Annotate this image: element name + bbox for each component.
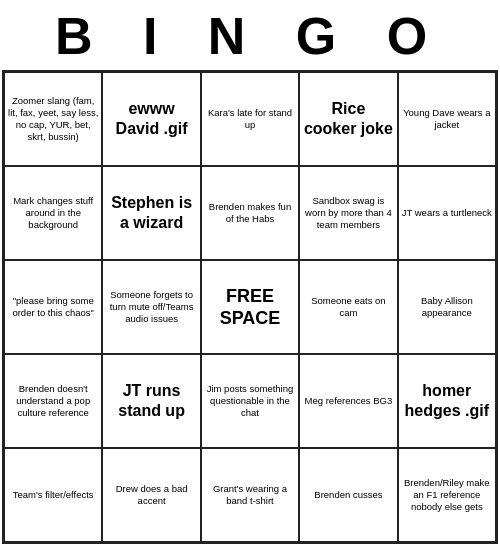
cell-o5: Brenden/Riley make an F1 reference nobod… <box>398 448 496 542</box>
cell-n5: Grant's wearing a band t-shirt <box>201 448 299 542</box>
cell-g5: Brenden cusses <box>299 448 397 542</box>
cell-n3: FREE SPACE <box>201 260 299 354</box>
cell-i5: Drew does a bad accent <box>102 448 200 542</box>
cell-i3: Someone forgets to turn mute off/Teams a… <box>102 260 200 354</box>
cell-o4: homer hedges .gif <box>398 354 496 448</box>
cell-n2: Brenden makes fun of the Habs <box>201 166 299 260</box>
cell-b3: "please bring some order to this chaos" <box>4 260 102 354</box>
cell-o2: JT wears a turtleneck <box>398 166 496 260</box>
cell-o1: Young Dave wears a jacket <box>398 72 496 166</box>
cell-b5: Team's filter/effects <box>4 448 102 542</box>
cell-g2: Sandbox swag is worn by more than 4 team… <box>299 166 397 260</box>
cell-b2: Mark changes stuff around in the backgro… <box>4 166 102 260</box>
cell-g3: Someone eats on cam <box>299 260 397 354</box>
cell-i4: JT runs stand up <box>102 354 200 448</box>
cell-g1: Rice cooker joke <box>299 72 397 166</box>
cell-g4: Meg references BG3 <box>299 354 397 448</box>
cell-i1: ewww David .gif <box>102 72 200 166</box>
cell-i2: Stephen is a wizard <box>102 166 200 260</box>
cell-n4: Jim posts something questionable in the … <box>201 354 299 448</box>
cell-b4: Brenden doesn't understand a pop culture… <box>4 354 102 448</box>
bingo-grid: Zoomer slang (fam, lit, fax, yeet, say l… <box>2 70 498 544</box>
cell-n1: Kara's late for stand up <box>201 72 299 166</box>
cell-b1: Zoomer slang (fam, lit, fax, yeet, say l… <box>4 72 102 166</box>
bingo-title: B I N G O <box>0 0 500 70</box>
cell-o3: Baby Allison appearance <box>398 260 496 354</box>
